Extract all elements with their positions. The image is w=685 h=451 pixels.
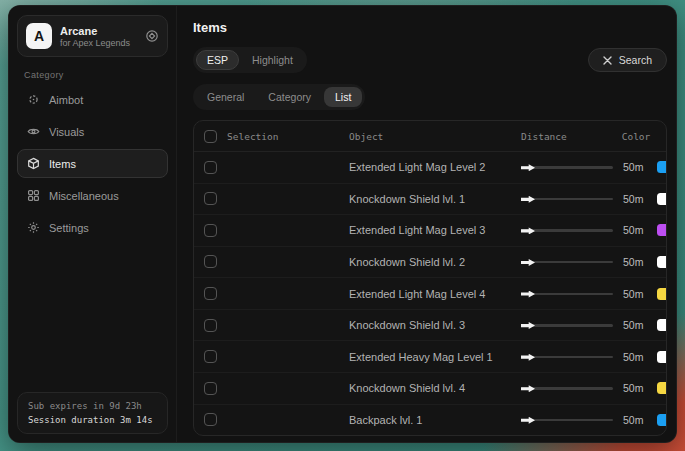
row-checkbox[interactable] xyxy=(204,287,217,300)
distance-slider[interactable] xyxy=(521,162,613,172)
session-duration-text: Session duration 3m 14s xyxy=(28,415,157,425)
object-name: Extended Light Mag Level 4 xyxy=(349,288,521,300)
app-name: Arcane xyxy=(60,25,130,37)
table-row: Backpack lvl. 1 50m xyxy=(194,405,666,436)
sidebar-nav: Aimbot Visuals Items Miscellaneous Setti… xyxy=(17,85,168,242)
row-checkbox[interactable] xyxy=(204,413,217,426)
row-checkbox[interactable] xyxy=(204,192,217,205)
app-header-card: A Arcane for Apex Legends xyxy=(17,15,168,57)
object-name: Extended Light Mag Level 2 xyxy=(349,161,521,173)
table-row: Knockdown Shield lvl. 4 50m xyxy=(194,373,666,405)
distance-slider[interactable] xyxy=(521,225,613,235)
distance-value: 50m xyxy=(623,288,643,300)
distance-value: 50m xyxy=(623,414,643,426)
color-swatch[interactable] xyxy=(657,256,667,268)
toggle-highlight[interactable]: Highlight xyxy=(241,50,304,70)
distance-slider[interactable] xyxy=(521,194,613,204)
distance-slider[interactable] xyxy=(521,352,613,362)
sidebar-item-label: Items xyxy=(49,158,76,170)
main-panel: Items ESPHighlight Search GeneralCategor… xyxy=(177,6,676,442)
table-row: Knockdown Shield lvl. 2 50m xyxy=(194,247,666,279)
sidebar-item-label: Settings xyxy=(49,222,89,234)
slider-thumb-icon[interactable] xyxy=(521,196,535,203)
tab-list[interactable]: List xyxy=(324,87,362,107)
tab-category[interactable]: Category xyxy=(257,87,322,107)
row-checkbox[interactable] xyxy=(204,161,217,174)
column-header-distance: Distance xyxy=(521,131,616,142)
subscription-card: Sub expires in 9d 23h Session duration 3… xyxy=(17,392,168,434)
color-swatch[interactable] xyxy=(657,161,667,173)
category-section-label: Category xyxy=(24,70,168,80)
object-name: Knockdown Shield lvl. 3 xyxy=(349,319,521,331)
color-swatch[interactable] xyxy=(657,224,667,236)
crosshair-icon xyxy=(27,93,40,106)
color-swatch[interactable] xyxy=(657,351,667,363)
object-name: Backpack lvl. 1 xyxy=(349,414,521,426)
color-swatch[interactable] xyxy=(657,288,667,300)
table-row: Knockdown Shield lvl. 1 50m xyxy=(194,184,666,216)
distance-slider[interactable] xyxy=(521,320,613,330)
app-logo: A xyxy=(26,23,52,49)
slider-thumb-icon[interactable] xyxy=(521,354,535,361)
app-meta: Arcane for Apex Legends xyxy=(60,25,130,48)
object-name: Knockdown Shield lvl. 2 xyxy=(349,256,521,268)
package-icon xyxy=(27,157,40,170)
column-header-object: Object xyxy=(349,131,521,142)
color-swatch[interactable] xyxy=(657,414,667,426)
slider-thumb-icon[interactable] xyxy=(521,417,535,424)
slider-thumb-icon[interactable] xyxy=(521,291,535,298)
row-checkbox[interactable] xyxy=(204,319,217,332)
column-header-selection: Selection xyxy=(227,131,278,142)
sidebar-item-settings[interactable]: Settings xyxy=(17,213,168,242)
toggle-esp[interactable]: ESP xyxy=(196,50,239,70)
controls-row: ESPHighlight Search xyxy=(193,47,667,73)
distance-value: 50m xyxy=(623,351,643,363)
distance-slider[interactable] xyxy=(521,289,613,299)
view-tabs: GeneralCategoryList xyxy=(193,84,365,110)
table-header-row: Selection Object Distance Color xyxy=(194,121,666,152)
distance-slider[interactable] xyxy=(521,383,613,393)
table-row: Extended Heavy Mag Level 1 50m xyxy=(194,341,666,373)
page-title: Items xyxy=(193,20,667,35)
select-all-checkbox[interactable] xyxy=(204,130,217,143)
distance-value: 50m xyxy=(623,382,643,394)
mode-toggle: ESPHighlight xyxy=(193,47,307,73)
distance-value: 50m xyxy=(623,193,643,205)
table-body: Extended Light Mag Level 2 50m Knockdown… xyxy=(194,152,666,435)
sidebar-item-visuals[interactable]: Visuals xyxy=(17,117,168,146)
sidebar-item-label: Visuals xyxy=(49,126,84,138)
object-name: Knockdown Shield lvl. 1 xyxy=(349,193,521,205)
tab-general[interactable]: General xyxy=(196,87,255,107)
badge-icon[interactable] xyxy=(145,29,159,43)
row-checkbox[interactable] xyxy=(204,224,217,237)
search-button[interactable]: Search xyxy=(588,48,667,72)
app-window: A Arcane for Apex Legends Category Aimbo… xyxy=(8,5,677,443)
object-name: Extended Light Mag Level 3 xyxy=(349,224,521,236)
row-checkbox[interactable] xyxy=(204,255,217,268)
sidebar-item-label: Aimbot xyxy=(49,94,83,106)
sidebar-item-aimbot[interactable]: Aimbot xyxy=(17,85,168,114)
app-subtitle: for Apex Legends xyxy=(60,38,130,48)
color-swatch[interactable] xyxy=(657,319,667,331)
eye-icon xyxy=(27,125,40,138)
object-name: Knockdown Shield lvl. 4 xyxy=(349,382,521,394)
table-row: Knockdown Shield lvl. 3 50m xyxy=(194,310,666,342)
table-row: Extended Light Mag Level 3 50m xyxy=(194,215,666,247)
object-name: Extended Heavy Mag Level 1 xyxy=(349,351,521,363)
close-icon xyxy=(603,56,612,65)
gear-icon xyxy=(27,221,40,234)
grid-icon xyxy=(27,189,40,202)
sidebar-item-items[interactable]: Items xyxy=(17,149,168,178)
sidebar: A Arcane for Apex Legends Category Aimbo… xyxy=(9,6,177,442)
distance-slider[interactable] xyxy=(521,415,613,425)
distance-slider[interactable] xyxy=(521,257,613,267)
sub-expires-text: Sub expires in 9d 23h xyxy=(28,401,157,411)
items-table: Selection Object Distance Color Extended… xyxy=(193,120,667,436)
sidebar-item-miscellaneous[interactable]: Miscellaneous xyxy=(17,181,168,210)
sidebar-item-label: Miscellaneous xyxy=(49,190,119,202)
row-checkbox[interactable] xyxy=(204,350,217,363)
color-swatch[interactable] xyxy=(657,382,667,394)
row-checkbox[interactable] xyxy=(204,382,217,395)
table-row: Extended Light Mag Level 4 50m xyxy=(194,278,666,310)
color-swatch[interactable] xyxy=(657,193,667,205)
